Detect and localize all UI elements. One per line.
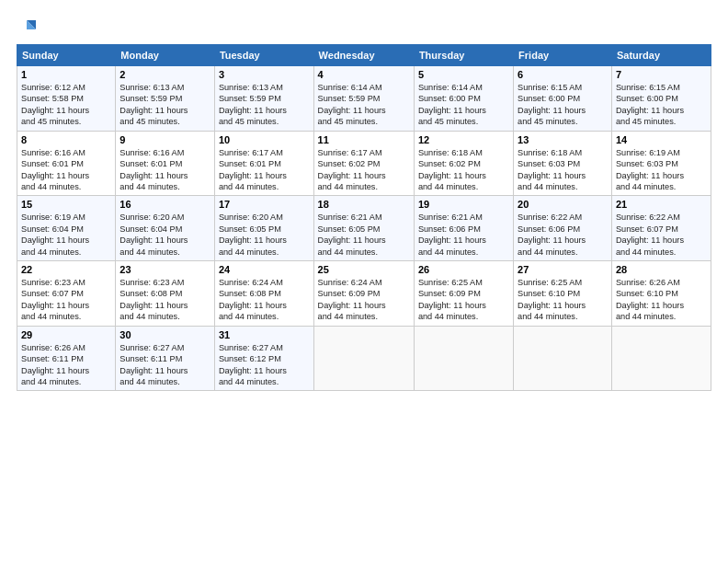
header: [17, 17, 711, 37]
calendar-cell: 25Sunrise: 6:24 AM Sunset: 6:09 PM Dayli…: [313, 261, 414, 327]
logo-icon: [19, 17, 40, 37]
calendar-cell: 2Sunrise: 6:13 AM Sunset: 5:59 PM Daylig…: [116, 66, 215, 132]
calendar-header-cell: Sunday: [17, 45, 116, 66]
calendar-cell: 13Sunrise: 6:18 AM Sunset: 6:03 PM Dayli…: [514, 131, 612, 196]
calendar-header-cell: Saturday: [611, 45, 711, 66]
day-info: Sunrise: 6:20 AM Sunset: 6:04 PM Dayligh…: [119, 212, 210, 258]
calendar-header-cell: Friday: [514, 45, 612, 66]
day-number: 6: [518, 69, 608, 80]
calendar-week-row: 15Sunrise: 6:19 AM Sunset: 6:04 PM Dayli…: [17, 196, 711, 261]
day-number: 9: [119, 134, 210, 145]
calendar-header-row: SundayMondayTuesdayWednesdayThursdayFrid…: [17, 45, 711, 66]
day-info: Sunrise: 6:20 AM Sunset: 6:05 PM Dayligh…: [219, 212, 310, 258]
day-number: 10: [219, 134, 310, 145]
calendar-cell: [514, 326, 612, 391]
day-number: 30: [119, 329, 210, 340]
calendar-cell: 11Sunrise: 6:17 AM Sunset: 6:02 PM Dayli…: [313, 131, 414, 196]
day-number: 13: [518, 134, 608, 145]
calendar-cell: 10Sunrise: 6:17 AM Sunset: 6:01 PM Dayli…: [214, 131, 313, 196]
day-number: 3: [219, 69, 310, 80]
day-info: Sunrise: 6:27 AM Sunset: 6:11 PM Dayligh…: [119, 342, 210, 388]
day-number: 7: [616, 69, 707, 80]
day-info: Sunrise: 6:15 AM Sunset: 6:00 PM Dayligh…: [518, 82, 608, 128]
calendar-cell: 1Sunrise: 6:12 AM Sunset: 5:58 PM Daylig…: [17, 66, 116, 132]
day-info: Sunrise: 6:18 AM Sunset: 6:03 PM Dayligh…: [518, 147, 608, 193]
day-number: 17: [219, 199, 310, 210]
calendar-cell: [414, 326, 513, 391]
calendar-cell: 20Sunrise: 6:22 AM Sunset: 6:06 PM Dayli…: [514, 196, 612, 261]
day-info: Sunrise: 6:17 AM Sunset: 6:02 PM Dayligh…: [318, 147, 410, 193]
day-info: Sunrise: 6:24 AM Sunset: 6:08 PM Dayligh…: [219, 277, 310, 323]
day-number: 29: [21, 329, 111, 340]
calendar-cell: 28Sunrise: 6:26 AM Sunset: 6:10 PM Dayli…: [611, 261, 711, 327]
day-number: 4: [318, 69, 410, 80]
day-number: 12: [418, 134, 509, 145]
day-info: Sunrise: 6:19 AM Sunset: 6:04 PM Dayligh…: [21, 212, 111, 258]
day-number: 14: [616, 134, 707, 145]
logo: [17, 17, 40, 37]
calendar-header-cell: Thursday: [414, 45, 513, 66]
calendar-cell: 24Sunrise: 6:24 AM Sunset: 6:08 PM Dayli…: [214, 261, 313, 327]
calendar-week-row: 8Sunrise: 6:16 AM Sunset: 6:01 PM Daylig…: [17, 131, 711, 196]
calendar-cell: 5Sunrise: 6:14 AM Sunset: 6:00 PM Daylig…: [414, 66, 513, 132]
calendar-cell: 15Sunrise: 6:19 AM Sunset: 6:04 PM Dayli…: [17, 196, 116, 261]
day-number: 16: [119, 199, 210, 210]
calendar-cell: 14Sunrise: 6:19 AM Sunset: 6:03 PM Dayli…: [611, 131, 711, 196]
day-info: Sunrise: 6:17 AM Sunset: 6:01 PM Dayligh…: [219, 147, 310, 193]
calendar-cell: 26Sunrise: 6:25 AM Sunset: 6:09 PM Dayli…: [414, 261, 513, 327]
day-number: 19: [418, 199, 509, 210]
day-info: Sunrise: 6:24 AM Sunset: 6:09 PM Dayligh…: [318, 277, 410, 323]
calendar-week-row: 22Sunrise: 6:23 AM Sunset: 6:07 PM Dayli…: [17, 261, 711, 327]
calendar-cell: [611, 326, 711, 391]
calendar-cell: 7Sunrise: 6:15 AM Sunset: 6:00 PM Daylig…: [611, 66, 711, 132]
day-number: 11: [318, 134, 410, 145]
day-info: Sunrise: 6:19 AM Sunset: 6:03 PM Dayligh…: [616, 147, 707, 193]
day-number: 5: [418, 69, 509, 80]
calendar-cell: 9Sunrise: 6:16 AM Sunset: 6:01 PM Daylig…: [116, 131, 215, 196]
day-number: 31: [219, 329, 310, 340]
day-number: 1: [21, 69, 111, 80]
calendar-cell: 23Sunrise: 6:23 AM Sunset: 6:08 PM Dayli…: [116, 261, 215, 327]
calendar-header-cell: Wednesday: [313, 45, 414, 66]
day-info: Sunrise: 6:22 AM Sunset: 6:07 PM Dayligh…: [616, 212, 707, 258]
calendar-week-row: 1Sunrise: 6:12 AM Sunset: 5:58 PM Daylig…: [17, 66, 711, 132]
day-number: 15: [21, 199, 111, 210]
calendar-cell: 4Sunrise: 6:14 AM Sunset: 5:59 PM Daylig…: [313, 66, 414, 132]
day-info: Sunrise: 6:27 AM Sunset: 6:12 PM Dayligh…: [219, 342, 310, 388]
calendar-cell: 17Sunrise: 6:20 AM Sunset: 6:05 PM Dayli…: [214, 196, 313, 261]
day-number: 2: [119, 69, 210, 80]
day-info: Sunrise: 6:23 AM Sunset: 6:08 PM Dayligh…: [119, 277, 210, 323]
day-number: 24: [219, 264, 310, 275]
calendar-cell: 8Sunrise: 6:16 AM Sunset: 6:01 PM Daylig…: [17, 131, 116, 196]
day-number: 8: [21, 134, 111, 145]
day-info: Sunrise: 6:16 AM Sunset: 6:01 PM Dayligh…: [119, 147, 210, 193]
day-info: Sunrise: 6:16 AM Sunset: 6:01 PM Dayligh…: [21, 147, 111, 193]
calendar-header-cell: Tuesday: [214, 45, 313, 66]
day-number: 26: [418, 264, 509, 275]
calendar-header-cell: Monday: [116, 45, 215, 66]
calendar-cell: 16Sunrise: 6:20 AM Sunset: 6:04 PM Dayli…: [116, 196, 215, 261]
day-info: Sunrise: 6:14 AM Sunset: 6:00 PM Dayligh…: [418, 82, 509, 128]
calendar-cell: 19Sunrise: 6:21 AM Sunset: 6:06 PM Dayli…: [414, 196, 513, 261]
calendar-table: SundayMondayTuesdayWednesdayThursdayFrid…: [17, 44, 711, 391]
day-info: Sunrise: 6:12 AM Sunset: 5:58 PM Dayligh…: [21, 82, 111, 128]
day-number: 27: [518, 264, 608, 275]
page: SundayMondayTuesdayWednesdayThursdayFrid…: [0, 0, 728, 563]
calendar-cell: 29Sunrise: 6:26 AM Sunset: 6:11 PM Dayli…: [17, 326, 116, 391]
day-number: 25: [318, 264, 410, 275]
calendar-cell: [313, 326, 414, 391]
day-info: Sunrise: 6:22 AM Sunset: 6:06 PM Dayligh…: [518, 212, 608, 258]
calendar-cell: 31Sunrise: 6:27 AM Sunset: 6:12 PM Dayli…: [214, 326, 313, 391]
day-info: Sunrise: 6:25 AM Sunset: 6:09 PM Dayligh…: [418, 277, 509, 323]
day-info: Sunrise: 6:26 AM Sunset: 6:11 PM Dayligh…: [21, 342, 111, 388]
day-number: 23: [119, 264, 210, 275]
day-info: Sunrise: 6:13 AM Sunset: 5:59 PM Dayligh…: [119, 82, 210, 128]
day-number: 21: [616, 199, 707, 210]
day-number: 28: [616, 264, 707, 275]
day-number: 20: [518, 199, 608, 210]
day-info: Sunrise: 6:26 AM Sunset: 6:10 PM Dayligh…: [616, 277, 707, 323]
day-info: Sunrise: 6:21 AM Sunset: 6:05 PM Dayligh…: [318, 212, 410, 258]
calendar-cell: 3Sunrise: 6:13 AM Sunset: 5:59 PM Daylig…: [214, 66, 313, 132]
day-info: Sunrise: 6:15 AM Sunset: 6:00 PM Dayligh…: [616, 82, 707, 128]
day-info: Sunrise: 6:21 AM Sunset: 6:06 PM Dayligh…: [418, 212, 509, 258]
